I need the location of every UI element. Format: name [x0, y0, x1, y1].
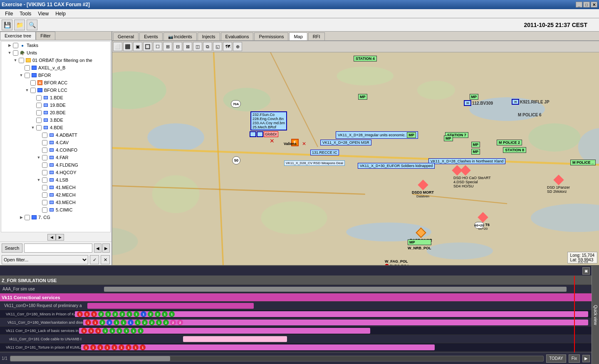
- map-tool-10[interactable]: ⧉: [203, 42, 212, 51]
- map-tool-8[interactable]: ⊠: [183, 42, 192, 51]
- tab-filter[interactable]: Filter: [36, 32, 55, 40]
- timeline-header-btn[interactable]: ▣: [582, 267, 590, 275]
- menu-tools[interactable]: Tools: [16, 10, 35, 17]
- menu-file[interactable]: File: [2, 10, 16, 17]
- tree-item-4far[interactable]: ▼ 4.FAR: [1, 154, 110, 161]
- map-tool-4[interactable]: 🔲: [143, 42, 152, 51]
- toggle-4bde[interactable]: ▼: [30, 125, 35, 130]
- check-43mech[interactable]: [42, 200, 47, 205]
- tree-item-1bde[interactable]: ▶ 1.BDE: [1, 94, 110, 101]
- next-result-btn[interactable]: ▶: [102, 243, 110, 253]
- check-20bde[interactable]: [36, 110, 42, 116]
- tab-incidents[interactable]: 📷 Incidents: [163, 32, 197, 40]
- search-button[interactable]: Search: [2, 243, 22, 253]
- map-tool-11[interactable]: ◱: [213, 42, 222, 51]
- tab-exercise-tree[interactable]: Exercise tree: [0, 32, 36, 40]
- tree-item-19bde[interactable]: ▶ 19.BDE: [1, 101, 110, 109]
- check-4coinfo[interactable]: [42, 148, 47, 153]
- timeline-arrow-btn[interactable]: ▶: [582, 355, 590, 362]
- check-01orbat[interactable]: [19, 58, 24, 63]
- tree-item-tasks[interactable]: ▶ ● Tasks: [1, 42, 110, 49]
- check-7cg[interactable]: [25, 215, 30, 220]
- menu-help[interactable]: Help: [52, 10, 69, 17]
- check-4hqcoy[interactable]: [42, 170, 47, 175]
- check-42mech[interactable]: [42, 192, 47, 198]
- check-5cimic[interactable]: [42, 207, 47, 213]
- tree-item-bfor[interactable]: ▼ BFOR: [1, 71, 110, 79]
- check-bfor-acc[interactable]: [30, 80, 36, 86]
- tree-item-41mech[interactable]: ▶ 41.MECH: [1, 184, 110, 191]
- map-tool-13[interactable]: ⊕: [233, 42, 242, 51]
- tab-rfi[interactable]: RFI: [308, 32, 325, 40]
- quick-view-side[interactable]: Quick view: [592, 266, 599, 364]
- check-4adbatt[interactable]: [42, 133, 47, 138]
- tree-item-bfor-lcc[interactable]: ▼ BFOR LCC: [1, 86, 110, 94]
- tree-item-4lsb[interactable]: ▼ 4.LSB: [1, 176, 110, 184]
- filter-clear-btn[interactable]: ✕: [101, 255, 110, 264]
- tree-item-4adbatt[interactable]: ▶ 4.ADBATT: [1, 131, 110, 139]
- tab-events[interactable]: Events: [139, 32, 163, 40]
- tree-item-4bde[interactable]: ▼ 4.BDE: [1, 124, 110, 131]
- check-4bde[interactable]: [36, 125, 42, 130]
- open-btn[interactable]: 📁: [14, 20, 25, 30]
- map-tool-12[interactable]: 🗺: [223, 42, 232, 51]
- map-tool-3[interactable]: ▣: [133, 42, 142, 51]
- tree-item-4cav[interactable]: ▶ 4.CAV: [1, 139, 110, 146]
- check-4lsb[interactable]: [42, 177, 47, 183]
- map-tool-7[interactable]: ⊟: [173, 42, 182, 51]
- check-3bde[interactable]: [36, 118, 42, 123]
- tree-item-4coinfo[interactable]: ▶ 4.COINFO: [1, 146, 110, 154]
- timeline-scroll-thumb[interactable]: [10, 356, 170, 361]
- toggle-tasks[interactable]: ▶: [7, 43, 12, 48]
- check-19bde[interactable]: [36, 103, 42, 108]
- tab-injects[interactable]: Injects: [198, 32, 220, 40]
- map-tool-5[interactable]: ☐: [153, 42, 162, 51]
- map-tool-9[interactable]: ◫: [193, 42, 202, 51]
- maximize-btn[interactable]: □: [583, 2, 590, 7]
- filter-select[interactable]: Open filter...: [2, 255, 88, 264]
- check-tasks[interactable]: [13, 43, 18, 48]
- menu-view[interactable]: View: [35, 10, 52, 17]
- check-units[interactable]: [13, 50, 18, 56]
- toggle-units[interactable]: ▼: [7, 50, 12, 55]
- prev-result-btn[interactable]: ◀: [94, 243, 101, 253]
- toggle-bfor[interactable]: ▼: [19, 73, 24, 78]
- map-tool-2[interactable]: ⬛: [123, 42, 132, 51]
- minimize-btn[interactable]: _: [576, 2, 582, 7]
- scroll-right-btn[interactable]: ▶: [56, 234, 64, 241]
- check-4fldeng[interactable]: [42, 162, 47, 168]
- tree-container[interactable]: ▶ ● Tasks ▼ 🪖 Units ▼ 01 ORBAT: [1, 41, 111, 232]
- map-tool-6[interactable]: ⊞: [163, 42, 172, 51]
- tree-item-4fldeng[interactable]: ▶ 4.FLDENG: [1, 161, 110, 169]
- today-button[interactable]: TODAY: [546, 354, 566, 363]
- timeline-body[interactable]: Z_FOR SIMULATION USE AAA_For sim use Vk1…: [0, 276, 592, 352]
- tab-map[interactable]: Map: [289, 32, 307, 40]
- tab-permissions[interactable]: Permissions: [254, 32, 288, 40]
- tree-item-42mech[interactable]: ▶ 42.MECH: [1, 191, 110, 199]
- tab-general[interactable]: General: [113, 32, 139, 40]
- tree-item-bfor-acc[interactable]: ▶ A BFOR ACC: [1, 79, 110, 86]
- tree-item-axel[interactable]: ▶ AXEL_v_d_B: [1, 64, 110, 71]
- map-canvas[interactable]: STATION 4 MP ✉ 112.BV309 ✉ K921.RIFLE JP…: [112, 52, 599, 265]
- toggle-01orbat[interactable]: ▼: [13, 58, 18, 63]
- check-41mech[interactable]: [42, 185, 47, 190]
- check-1bde[interactable]: [36, 95, 42, 101]
- check-bfor-lcc[interactable]: [30, 88, 36, 93]
- search-input[interactable]: [24, 243, 92, 253]
- tree-item-20bde[interactable]: ▶ 20.BDE: [1, 109, 110, 116]
- toggle-bfor-lcc[interactable]: ▼: [25, 88, 30, 93]
- tree-item-4hqcoy[interactable]: ▶ 4.HQCOY: [1, 169, 110, 176]
- check-4cav[interactable]: [42, 140, 47, 145]
- tree-item-43mech[interactable]: ▶ 43.MECH: [1, 199, 110, 206]
- tab-evaluations[interactable]: Evaluations: [221, 32, 254, 40]
- save-btn[interactable]: 💾: [2, 20, 12, 30]
- tree-item-units[interactable]: ▼ 🪖 Units: [1, 49, 110, 57]
- tree-item-3bde[interactable]: ▶ 3.BDE: [1, 116, 110, 124]
- fix-button[interactable]: Fix: [569, 354, 580, 363]
- tree-item-7cg[interactable]: ▶ 7. CG: [1, 214, 110, 221]
- filter-apply-btn[interactable]: ✓: [90, 255, 99, 264]
- search-btn-toolbar[interactable]: 🔍: [27, 20, 37, 30]
- check-axel[interactable]: [25, 65, 30, 71]
- check-bfor[interactable]: [25, 73, 30, 78]
- close-btn[interactable]: ✕: [591, 2, 597, 7]
